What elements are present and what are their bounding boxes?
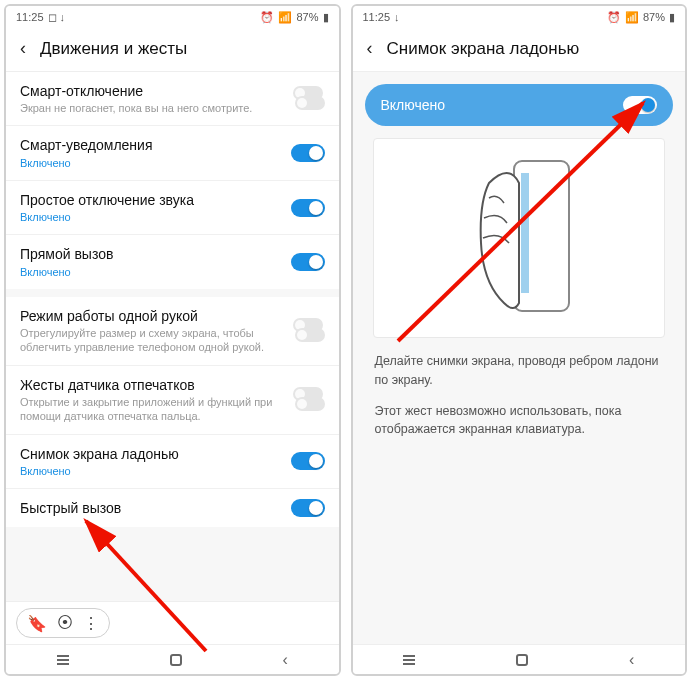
status-icons-left: ◻ ↓ xyxy=(48,11,66,24)
toggle-fingerprint[interactable] xyxy=(291,387,325,413)
status-time: 11:25 xyxy=(363,11,391,23)
row-title: Быстрый вызов xyxy=(20,499,281,517)
phone-right: 11:25 ↓ ⏰ 📶 87% ▮ ‹ Снимок экрана ладонь… xyxy=(351,4,688,676)
status-bar: 11:25 ↓ ⏰ 📶 87% ▮ xyxy=(353,6,686,28)
battery-icon: ▮ xyxy=(323,11,329,24)
banner-label: Включено xyxy=(381,97,446,113)
signal-icon: 📶 xyxy=(625,11,639,24)
row-subtitle: Включено xyxy=(20,464,281,478)
row-subtitle: Открытие и закрытие приложений и функций… xyxy=(20,395,281,424)
desc-para-2: Этот жест невозможно использовать, пока … xyxy=(375,402,664,440)
row-subtitle: Включено xyxy=(20,210,281,224)
toggle-smart-alert[interactable] xyxy=(291,144,325,162)
row-direct-call[interactable]: Прямой вызов Включено xyxy=(6,234,339,288)
palm-swipe-illustration-icon xyxy=(459,153,579,323)
app-header: ‹ Движения и жесты xyxy=(6,28,339,72)
row-one-hand[interactable]: Режим работы одной рукой Отрегулируйте р… xyxy=(6,297,339,365)
battery-icon: ▮ xyxy=(669,11,675,24)
bottom-toolbar: 🔖 ⦿ ⋮ xyxy=(6,601,339,644)
nav-bar: ‹ xyxy=(6,644,339,674)
nav-bar: ‹ xyxy=(353,644,686,674)
nav-recent-icon[interactable] xyxy=(403,659,415,661)
row-smart-stay[interactable]: Смарт-отключение Экран не погаснет, пока… xyxy=(6,72,339,125)
row-title: Жесты датчика отпечатков xyxy=(20,376,281,394)
battery-text: 87% xyxy=(296,11,318,23)
status-bar: 11:25 ◻ ↓ ⏰ 📶 87% ▮ xyxy=(6,6,339,28)
status-icons-left: ↓ xyxy=(394,11,400,23)
nav-recent-icon[interactable] xyxy=(57,659,69,661)
row-title: Прямой вызов xyxy=(20,245,281,263)
row-title: Смарт-отключение xyxy=(20,82,281,100)
camera-icon[interactable]: ⦿ xyxy=(57,614,73,632)
row-palm-swipe[interactable]: Снимок экрана ладонью Включено xyxy=(6,434,339,488)
feature-description: Делайте снимки экрана, проводя ребром ла… xyxy=(353,338,686,453)
settings-group: Режим работы одной рукой Отрегулируйте р… xyxy=(6,297,339,527)
back-icon[interactable]: ‹ xyxy=(367,38,373,59)
row-subtitle: Включено xyxy=(20,265,281,279)
toggle-feature[interactable] xyxy=(623,96,657,114)
battery-text: 87% xyxy=(643,11,665,23)
toggle-one-hand[interactable] xyxy=(291,318,325,344)
row-title: Смарт-уведомления xyxy=(20,136,281,154)
row-subtitle: Включено xyxy=(20,156,281,170)
desc-para-1: Делайте снимки экрана, проводя ребром ла… xyxy=(375,352,664,390)
phone-left: 11:25 ◻ ↓ ⏰ 📶 87% ▮ ‹ Движения и жесты С… xyxy=(4,4,341,676)
settings-group: Смарт-отключение Экран не погаснет, пока… xyxy=(6,72,339,289)
back-icon[interactable]: ‹ xyxy=(20,38,26,59)
signal-icon: 📶 xyxy=(278,11,292,24)
row-easy-mute[interactable]: Простое отключение звука Включено xyxy=(6,180,339,234)
toggle-easy-mute[interactable] xyxy=(291,199,325,217)
page-title: Движения и жесты xyxy=(40,39,187,59)
toggle-direct-call[interactable] xyxy=(291,253,325,271)
page-title: Снимок экрана ладонью xyxy=(387,39,580,59)
row-title: Режим работы одной рукой xyxy=(20,307,281,325)
feature-banner: Включено xyxy=(365,84,674,126)
settings-list[interactable]: Смарт-отключение Экран не погаснет, пока… xyxy=(6,72,339,601)
row-title: Простое отключение звука xyxy=(20,191,281,209)
row-subtitle: Экран не погаснет, пока вы на него смотр… xyxy=(20,101,281,115)
row-title: Снимок экрана ладонью xyxy=(20,445,281,463)
nav-home-icon[interactable] xyxy=(516,654,528,666)
alarm-icon: ⏰ xyxy=(260,11,274,24)
row-subtitle: Отрегулируйте размер и схему экрана, что… xyxy=(20,326,281,355)
row-fingerprint-gestures[interactable]: Жесты датчика отпечатков Открытие и закр… xyxy=(6,365,339,434)
row-smart-alert[interactable]: Смарт-уведомления Включено xyxy=(6,125,339,179)
toggle-palm-swipe[interactable] xyxy=(291,452,325,470)
bookmark-icon[interactable]: 🔖 xyxy=(27,614,47,633)
app-header: ‹ Снимок экрана ладонью xyxy=(353,28,686,72)
toggle-smart-stay[interactable] xyxy=(291,86,325,112)
nav-back-icon[interactable]: ‹ xyxy=(629,651,634,669)
svg-rect-2 xyxy=(521,173,529,293)
toolbar-pill[interactable]: 🔖 ⦿ ⋮ xyxy=(16,608,110,638)
status-time: 11:25 xyxy=(16,11,44,23)
row-quick-call[interactable]: Быстрый вызов xyxy=(6,488,339,527)
alarm-icon: ⏰ xyxy=(607,11,621,24)
nav-back-icon[interactable]: ‹ xyxy=(283,651,288,669)
toggle-quick-call[interactable] xyxy=(291,499,325,517)
more-icon[interactable]: ⋮ xyxy=(83,614,99,633)
nav-home-icon[interactable] xyxy=(170,654,182,666)
illustration xyxy=(373,138,666,338)
